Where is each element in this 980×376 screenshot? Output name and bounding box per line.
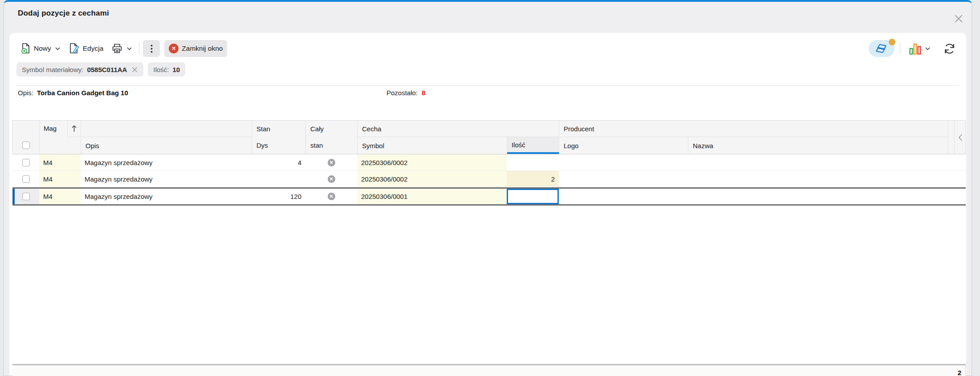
filter-chip-ilosc[interactable]: Ilość: 10 <box>148 62 185 77</box>
band-header-producent[interactable]: Producent <box>559 121 948 137</box>
column-header-label: Mag <box>44 125 57 132</box>
close-window-button[interactable]: ✕ Zamknij okno <box>164 40 227 57</box>
cell-opis[interactable]: Magazyn sprzedażowy <box>81 154 252 170</box>
clear-value-circle-x-icon[interactable]: ✕ <box>328 175 335 183</box>
cell-opis[interactable]: Magazyn sprzedażowy <box>81 189 252 204</box>
grid-header: Mag Opis Stan Dys Cały s <box>12 120 966 154</box>
filter-value: 0585C011AA <box>87 66 127 73</box>
column-header-logo[interactable]: Logo <box>559 137 688 154</box>
cell-logo[interactable] <box>559 189 688 204</box>
cell-caly-stan: ✕ <box>305 171 357 187</box>
duplicate-window-icon <box>875 43 888 54</box>
band-header-label: Producent <box>564 125 594 133</box>
cell-ilosc[interactable] <box>507 154 559 170</box>
column-header-label: Nazwa <box>693 142 713 150</box>
dialog-window: Dodaj pozycje z cechami Nowy <box>4 0 972 376</box>
cell-logo[interactable] <box>559 154 688 170</box>
cell-mag[interactable]: M4 <box>39 171 81 187</box>
remove-filter-icon[interactable] <box>131 66 138 73</box>
collapse-panel-chevron-icon[interactable] <box>955 121 966 154</box>
close-window-button-label: Zamknij okno <box>182 44 223 53</box>
info-row: Opis:Torba Canion Gadget Bag 10 Pozostał… <box>18 88 958 98</box>
duplicate-window-button[interactable] <box>869 40 895 57</box>
more-actions-button[interactable] <box>143 40 160 57</box>
opis-value: Torba Canion Gadget Bag 10 <box>37 89 128 97</box>
edit-button-label: Edycja <box>83 44 104 53</box>
table-row[interactable]: M4 Magazyn sprzedażowy 4 ✕ 20250306/0002 <box>12 154 966 171</box>
document-plus-icon <box>21 43 31 54</box>
close-icon[interactable] <box>952 12 966 26</box>
column-header-ilosc[interactable]: Ilość <box>507 137 559 154</box>
filter-chips: Symbol materiałowy: 0585C011AA Ilość: 10 <box>16 62 185 77</box>
cell-logo[interactable] <box>559 171 688 187</box>
cell-opis[interactable]: Magazyn sprzedażowy <box>81 171 252 187</box>
table-row[interactable]: M4 Magazyn sprzedażowy ✕ 20250306/0002 2 <box>12 171 966 187</box>
row-checkbox[interactable] <box>22 193 30 200</box>
table-row-selected[interactable]: M4 Magazyn sprzedażowy 120 ✕ 20250306/00… <box>12 187 966 206</box>
column-header-label: Logo <box>564 142 578 150</box>
cell-symbol[interactable]: 20250306/0001 <box>357 189 507 204</box>
column-header-mag[interactable]: Mag <box>40 121 81 154</box>
cell-nazwa[interactable] <box>688 189 948 204</box>
cell-caly-stan: ✕ <box>305 189 357 204</box>
column-header-symbol[interactable]: Symbol <box>358 137 507 154</box>
column-header-caly-stan[interactable]: Cały stan <box>306 121 358 154</box>
cell-ilosc[interactable]: 2 <box>507 171 559 187</box>
row-checkbox[interactable] <box>22 159 30 166</box>
section-divider <box>16 85 960 86</box>
chevron-down-icon <box>55 47 60 50</box>
clear-value-circle-x-icon[interactable]: ✕ <box>328 159 335 166</box>
cell-symbol[interactable]: 20250306/0002 <box>357 154 507 170</box>
sort-ascending-icon[interactable] <box>67 121 81 137</box>
printer-icon <box>111 43 123 54</box>
row-select-cell <box>12 171 39 187</box>
chevron-down-icon <box>925 47 930 50</box>
cell-stan-dys[interactable] <box>252 171 305 187</box>
row-checkbox[interactable] <box>22 175 30 183</box>
select-all-cell <box>13 121 40 154</box>
clear-value-circle-x-icon[interactable]: ✕ <box>328 193 335 200</box>
chart-view-button[interactable] <box>906 40 934 57</box>
header-filler <box>948 121 955 154</box>
column-header-stan-dys[interactable]: Stan Dys <box>252 121 306 154</box>
header-spacer <box>81 121 252 137</box>
cell-caly-stan: ✕ <box>305 154 357 170</box>
remaining-label: Pozostało: <box>386 89 418 97</box>
refresh-icon <box>943 43 956 55</box>
toolbar-separator <box>139 43 139 54</box>
band-header-cecha[interactable]: Cecha <box>358 121 559 137</box>
column-header-nazwa[interactable]: Nazwa <box>688 137 948 154</box>
column-header-label: Cały <box>310 121 357 137</box>
cell-rail <box>954 171 966 187</box>
refresh-button[interactable] <box>940 40 959 57</box>
column-header-label: stan <box>310 137 357 154</box>
new-button[interactable]: Nowy <box>16 40 65 57</box>
cell-ilosc-editing[interactable] <box>507 189 559 204</box>
toolbar: Nowy Edycja <box>9 39 966 58</box>
column-header-label: Stan <box>256 121 305 137</box>
print-button[interactable] <box>108 40 135 57</box>
filter-chip-symbol[interactable]: Symbol materiałowy: 0585C011AA <box>16 62 143 77</box>
cell-nazwa[interactable] <box>688 154 948 170</box>
edit-button[interactable]: Edycja <box>65 40 108 57</box>
select-all-checkbox[interactable] <box>22 142 30 149</box>
cell-nazwa[interactable] <box>688 171 948 187</box>
cell-rail <box>954 154 966 170</box>
filter-label: Ilość: <box>153 66 169 73</box>
kebab-menu-icon <box>150 44 153 53</box>
band-header-label: Cecha <box>362 125 381 133</box>
dialog-content: Nowy Edycja <box>9 33 966 376</box>
cell-symbol[interactable]: 20250306/0002 <box>357 171 507 187</box>
items-grid: Mag Opis Stan Dys Cały s <box>12 120 966 206</box>
cell-mag[interactable]: M4 <box>39 154 81 170</box>
column-header-label: Symbol <box>362 142 384 150</box>
remaining-indicator: Pozostało:8 <box>386 88 425 98</box>
notification-badge <box>889 39 895 45</box>
new-button-label: Nowy <box>34 44 51 53</box>
cell-stan-dys[interactable]: 4 <box>252 154 305 170</box>
row-select-cell <box>12 189 39 204</box>
cell-stan-dys[interactable]: 120 <box>252 189 305 204</box>
column-header-opis[interactable]: Opis <box>81 137 252 154</box>
opis-label: Opis: <box>18 89 33 97</box>
cell-mag[interactable]: M4 <box>39 189 81 204</box>
